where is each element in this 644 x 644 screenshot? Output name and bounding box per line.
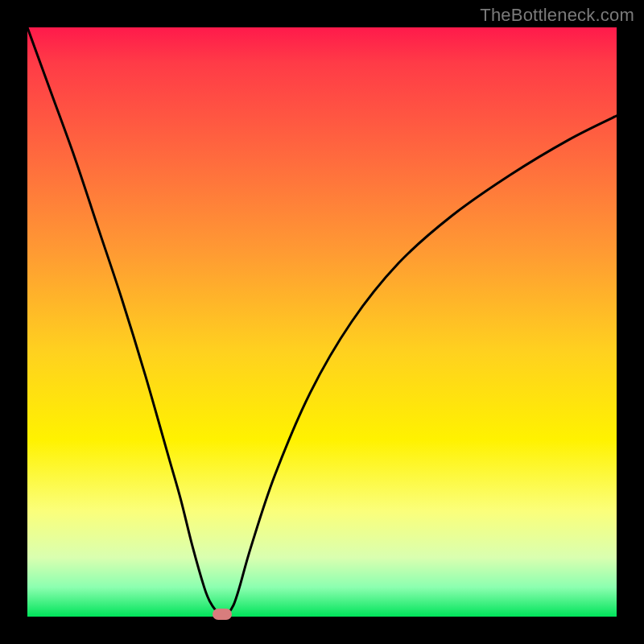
- bottleneck-curve-path: [27, 27, 617, 617]
- curve-svg: [27, 27, 617, 617]
- optimum-marker: [213, 609, 232, 620]
- plot-area: [27, 27, 617, 617]
- chart-frame: TheBottleneck.com: [0, 0, 644, 644]
- attribution-text: TheBottleneck.com: [480, 5, 634, 26]
